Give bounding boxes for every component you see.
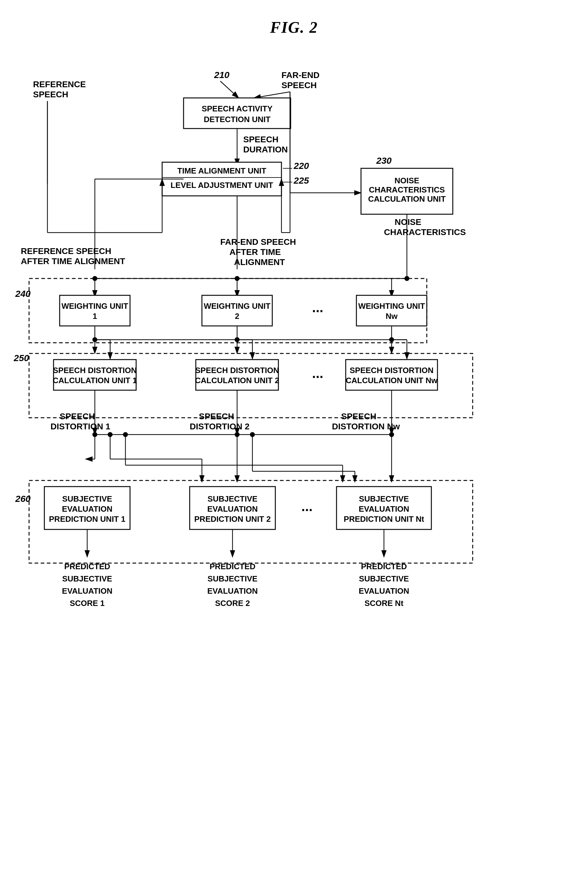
- sd2-label2: DISTORTION 2: [190, 422, 250, 431]
- weighting2-text1: WEIGHTING UNIT: [204, 302, 270, 311]
- noise-char-text2: CHARACTERISTICS: [369, 185, 445, 194]
- num-225: 225: [293, 176, 309, 185]
- diagram: REFERENCE SPEECH FAR-END SPEECH 210 SPEE…: [0, 31, 588, 878]
- num-240: 240: [15, 288, 31, 299]
- pred-score2-text2: SUBJECTIVE: [207, 574, 257, 583]
- pred-score2-text1: PREDICTED: [210, 562, 255, 571]
- pred-score1-text1: PREDICTED: [64, 562, 110, 571]
- num-260: 260: [15, 494, 31, 504]
- noise-char-text1: NOISE: [394, 176, 419, 185]
- dots-speechdist: ...: [312, 366, 323, 381]
- speechdist2-text2: CALCULATION UNIT 2: [195, 376, 279, 385]
- pred-scoreNt-text2: SUBJECTIVE: [359, 574, 409, 583]
- num-250: 250: [14, 353, 29, 363]
- svg-rect-5: [183, 98, 291, 129]
- svg-rect-36: [356, 295, 427, 326]
- svg-rect-51: [54, 360, 136, 390]
- page: FIG. 2 REFERENCE SPEECH FAR-END SPEECH 2…: [0, 0, 588, 878]
- svg-rect-53: [346, 360, 438, 390]
- weighting1-text1: WEIGHTING UNIT: [62, 302, 128, 311]
- speechdist1-text1: SPEECH DISTORTION: [53, 366, 137, 375]
- dots-subj: ...: [302, 499, 313, 514]
- svg-line-4: [254, 92, 290, 98]
- far-end-after-label3: ALIGNMENT: [234, 257, 285, 267]
- weighting1-text2: 1: [93, 312, 97, 321]
- far-end-speech-label: FAR-END: [282, 71, 320, 80]
- speechdist2-text1: SPEECH DISTORTION: [195, 366, 279, 375]
- svg-line-2: [220, 81, 238, 98]
- weightingNw-text2: Nw: [386, 312, 398, 321]
- sd1-label2: DISTORTION 1: [51, 422, 111, 431]
- sdNw-label1: SPEECH: [341, 411, 376, 421]
- pred-scoreNt-text3: EVALUATION: [358, 586, 409, 596]
- reference-speech-label: REFERENCE: [33, 80, 86, 89]
- svg-rect-35: [202, 295, 272, 326]
- sdNw-label2: DISTORTION Nw: [332, 422, 400, 431]
- subjNt-text3: PREDICTION UNIT Nt: [344, 515, 424, 524]
- speech-activity-box-text2: DETECTION UNIT: [204, 115, 270, 124]
- speech-duration-label2: DURATION: [243, 145, 288, 154]
- num-210: 210: [214, 70, 230, 80]
- pred-score1-text2: SUBJECTIVE: [62, 574, 112, 583]
- subj2-text1: SUBJECTIVE: [207, 494, 257, 503]
- subj2-text2: EVALUATION: [207, 504, 258, 513]
- subj1-text2: EVALUATION: [62, 504, 112, 513]
- num-230: 230: [376, 156, 392, 165]
- subj2-text3: PREDICTION UNIT 2: [194, 515, 271, 524]
- time-alignment-text: TIME ALIGNMENT UNIT: [177, 166, 267, 176]
- speechdistNw-text1: SPEECH DISTORTION: [350, 366, 434, 375]
- weighting2-text2: 2: [235, 312, 239, 321]
- sd1-label1: SPEECH: [60, 411, 95, 421]
- ref-after-alignment-label1: REFERENCE SPEECH: [21, 246, 111, 256]
- speechdist1-text2: CALCULATION UNIT 1: [52, 376, 137, 385]
- subj1-text3: PREDICTION UNIT 1: [49, 515, 125, 524]
- sd2-label1: SPEECH: [199, 411, 234, 421]
- pred-score2-text4: SCORE 2: [215, 599, 250, 608]
- ref-after-alignment-label2: AFTER TIME ALIGNMENT: [21, 257, 125, 266]
- weightingNw-text1: WEIGHTING UNIT: [358, 302, 425, 311]
- level-adjustment-text: LEVEL ADJUSTMENT UNIT: [170, 180, 273, 190]
- speech-activity-box-text1: SPEECH ACTIVITY: [202, 104, 273, 113]
- reference-speech-label2: SPEECH: [33, 90, 68, 99]
- subj1-text1: SUBJECTIVE: [62, 494, 112, 503]
- subjNt-text2: EVALUATION: [358, 504, 409, 513]
- pred-score2-text3: EVALUATION: [207, 586, 258, 596]
- far-end-speech-label2: SPEECH: [282, 81, 316, 90]
- noise-char-label2: CHARACTERISTICS: [384, 227, 466, 237]
- speech-duration-label: SPEECH: [243, 135, 278, 144]
- svg-point-69: [108, 432, 112, 437]
- num-220: 220: [293, 161, 309, 171]
- noise-char-label1: NOISE: [394, 217, 421, 227]
- svg-point-70: [123, 432, 128, 437]
- pred-score1-text3: EVALUATION: [62, 586, 112, 596]
- dots-weighting: ...: [312, 300, 323, 315]
- pred-scoreNt-text4: SCORE Nt: [364, 599, 403, 608]
- subjNt-text1: SUBJECTIVE: [359, 494, 409, 503]
- svg-rect-34: [60, 295, 130, 326]
- svg-rect-52: [196, 360, 278, 390]
- pred-scoreNt-text1: PREDICTED: [361, 562, 407, 571]
- pred-score1-text4: SCORE 1: [70, 599, 105, 608]
- noise-char-text3: CALCULATION UNIT: [368, 194, 446, 204]
- speechdistNw-text2: CALCULATION UNIT Nw: [346, 376, 438, 385]
- far-end-after-label1: FAR-END SPEECH: [220, 237, 296, 247]
